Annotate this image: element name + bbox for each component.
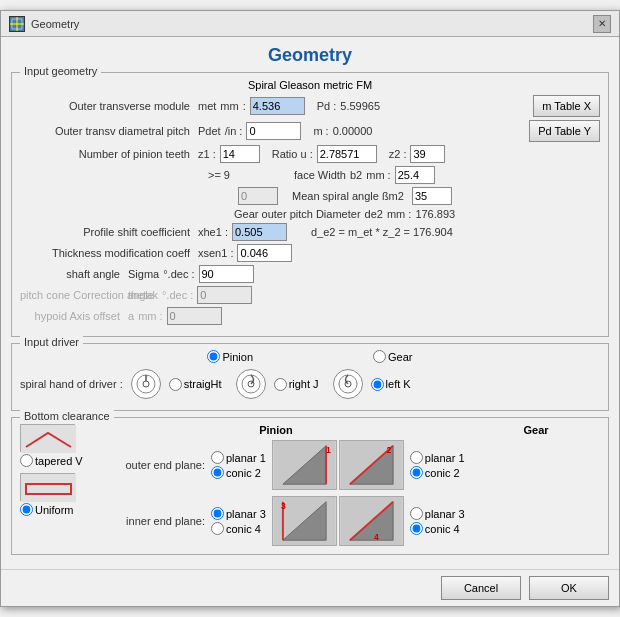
- face-width-label: face Width: [294, 169, 346, 181]
- outer-transverse-module-label: Outer transverse module: [20, 100, 190, 112]
- z1-label: z1 :: [198, 148, 216, 160]
- gear-planar1-label: planar 1: [425, 452, 465, 464]
- tapered-v-img: [20, 424, 75, 452]
- svg-rect-12: [21, 474, 76, 502]
- thetak-label: thetak: [128, 289, 158, 301]
- ratio-input[interactable]: [317, 145, 377, 163]
- bottom-clearance-label: Bottom clearance: [20, 410, 114, 422]
- hypoid-axis-label: hypoid Axis offset: [20, 310, 120, 322]
- gear-radio[interactable]: [373, 350, 386, 363]
- planar3-radio-label[interactable]: planar 3: [211, 507, 266, 520]
- input-driver-group: Input driver Pinion Gear spiral hand of …: [11, 343, 609, 411]
- dialog-body: Geometry Input geometry Spiral Gleason m…: [1, 37, 619, 569]
- z1-input[interactable]: [220, 145, 260, 163]
- uniform-radio-label[interactable]: Uniform: [20, 503, 74, 516]
- right-j-radio-label[interactable]: right J: [274, 378, 319, 391]
- deg2-label: °.dec :: [162, 289, 193, 301]
- pinion-header: Pinion: [212, 424, 340, 436]
- pinion-teeth-label: Number of pinion teeth: [20, 148, 190, 160]
- hypoid-axis-row: hypoid Axis offset a mm :: [20, 307, 600, 325]
- right-j-radio[interactable]: [274, 378, 287, 391]
- planar1-radio[interactable]: [211, 451, 224, 464]
- z2-input[interactable]: [410, 145, 445, 163]
- shaft-angle-input[interactable]: [199, 265, 254, 283]
- outer-end-row: outer end plane: planar 1 conic 2: [120, 440, 600, 490]
- gear-outer-img-1: 1: [272, 440, 337, 490]
- left-k-radio-label[interactable]: left K: [371, 378, 411, 391]
- gear-outer-img-2: 2: [339, 440, 404, 490]
- pinion-radio-label[interactable]: Pinion: [207, 350, 253, 363]
- straight-radio[interactable]: [169, 378, 182, 391]
- profile-shift-row: Profile shift coefficient xhe1 : d_e2 = …: [20, 223, 600, 241]
- uniform-img: [20, 473, 75, 501]
- mean-spiral-input[interactable]: [412, 187, 452, 205]
- tapered-v-radio-label[interactable]: tapered V: [20, 454, 83, 467]
- spiral-hand-label: spiral hand of driver :: [20, 378, 123, 390]
- straight-icon: [131, 369, 161, 399]
- planar1-radio-label[interactable]: planar 1: [211, 451, 266, 464]
- dialog-title: Geometry: [11, 45, 609, 66]
- svg-text:4: 4: [374, 532, 379, 542]
- clearance-shapes: tapered V Uniform: [20, 424, 110, 546]
- gear-radio-label[interactable]: Gear: [373, 350, 412, 363]
- planar1-label: planar 1: [226, 452, 266, 464]
- gear-conic4-radio-label[interactable]: conic 4: [410, 522, 465, 535]
- outer-end-label: outer end plane:: [120, 459, 205, 471]
- spiral-info: Spiral Gleason metric FM: [20, 79, 600, 91]
- a-label: a: [128, 310, 134, 322]
- pd-table-y-button[interactable]: Pd Table Y: [529, 120, 600, 142]
- conic4-radio-label[interactable]: conic 4: [211, 522, 266, 535]
- spiral-hand-row: spiral hand of driver : straigHt: [20, 369, 600, 399]
- pinion-teeth-row: Number of pinion teeth z1 : Ratio u : z2…: [20, 145, 600, 163]
- face-width-input[interactable]: [395, 166, 435, 184]
- gear-planar3-radio[interactable]: [410, 507, 423, 520]
- cancel-button[interactable]: Cancel: [441, 576, 521, 600]
- mm2-label: mm :: [366, 169, 390, 181]
- mm-label: mm: [220, 100, 238, 112]
- in-label: /in :: [225, 125, 243, 137]
- conic2-radio[interactable]: [211, 466, 224, 479]
- gear-inner-options: planar 3 conic 4: [410, 507, 465, 535]
- m-label: m :: [313, 125, 328, 137]
- svg-rect-11: [21, 425, 76, 453]
- gear-planar1-radio[interactable]: [410, 451, 423, 464]
- pinion-label: Pinion: [222, 351, 253, 363]
- conic4-radio[interactable]: [211, 522, 224, 535]
- gear-conic4-radio[interactable]: [410, 522, 423, 535]
- profile-shift-input[interactable]: [232, 223, 287, 241]
- thickness-mod-input[interactable]: [237, 244, 292, 262]
- close-button[interactable]: ✕: [593, 15, 611, 33]
- m-table-x-button[interactable]: m Table X: [533, 95, 600, 117]
- xhe1-label: xhe1 :: [198, 226, 228, 238]
- gear-header-span: [342, 424, 470, 436]
- gear-conic4-label: conic 4: [425, 523, 460, 535]
- thickness-mod-row: Thickness modification coeff xsen1 :: [20, 244, 600, 262]
- gear-inner-img-3: 3: [272, 496, 337, 546]
- ratio-label: Ratio u :: [272, 148, 313, 160]
- bottom-clearance-content: tapered V Uniform: [20, 424, 600, 546]
- pinion-radio[interactable]: [207, 350, 220, 363]
- pdet-label: Pdet: [198, 125, 221, 137]
- gear-conic2-radio[interactable]: [410, 466, 423, 479]
- left-k-radio[interactable]: [371, 378, 384, 391]
- right-j-icon: [236, 369, 266, 399]
- pitch-cone-input: [197, 286, 252, 304]
- z2-label: z2 :: [389, 148, 407, 160]
- outer-transv-input[interactable]: [246, 122, 301, 140]
- gear-conic2-radio-label[interactable]: conic 2: [410, 466, 465, 479]
- gear-planar3-radio-label[interactable]: planar 3: [410, 507, 465, 520]
- tapered-v-radio[interactable]: [20, 454, 33, 467]
- ok-button[interactable]: OK: [529, 576, 609, 600]
- planar3-radio[interactable]: [211, 507, 224, 520]
- planar3-label: planar 3: [226, 508, 266, 520]
- clearance-table: Pinion Gear outer end plane: planar 1: [120, 424, 600, 546]
- gear-planar1-radio-label[interactable]: planar 1: [410, 451, 465, 464]
- conic2-radio-label[interactable]: conic 2: [211, 466, 266, 479]
- uniform-radio[interactable]: [20, 503, 33, 516]
- outer-transverse-module-input[interactable]: [250, 97, 305, 115]
- straight-radio-label[interactable]: straigHt: [169, 378, 222, 391]
- shaft-angle-row: shaft angle Sigma °.dec :: [20, 265, 600, 283]
- outer-transv-diametral-row: Outer transv diametral pitch Pdet /in : …: [20, 120, 600, 142]
- sigma-label: Sigma: [128, 268, 159, 280]
- input-geometry-group: Input geometry Spiral Gleason metric FM …: [11, 72, 609, 337]
